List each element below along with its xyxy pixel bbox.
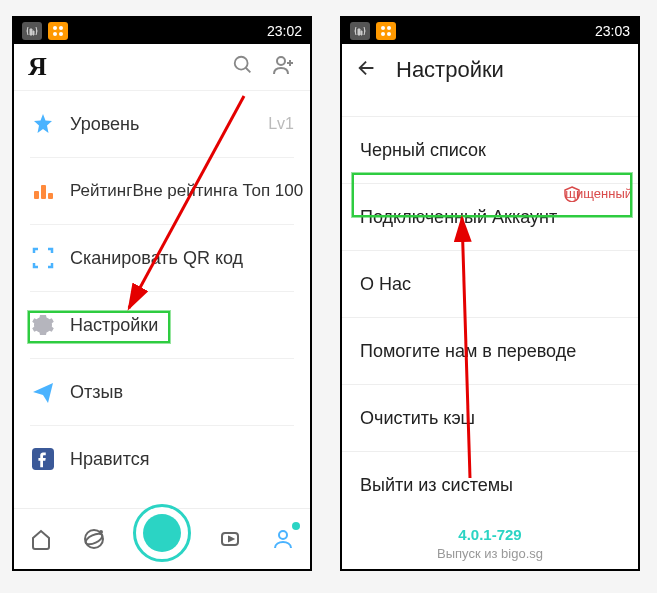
version-number: 4.0.1-729 — [342, 526, 638, 543]
menu-label: Настройки — [70, 315, 294, 336]
menu-list: Уровень Lv1 РейтингВне рейтинга Топ 100 … — [14, 91, 310, 492]
settings-item-blacklist[interactable]: Черный список — [342, 117, 638, 184]
menu-label: Отзыв — [70, 382, 294, 403]
menu-label: Нравится — [70, 449, 294, 470]
shield-icon — [562, 186, 582, 202]
search-icon[interactable] — [232, 54, 254, 80]
menu-item-level[interactable]: Уровень Lv1 — [14, 91, 310, 157]
status-icon — [48, 22, 68, 40]
svg-point-19 — [381, 26, 385, 30]
svg-point-20 — [387, 26, 391, 30]
nav-explore-icon[interactable] — [79, 524, 109, 554]
menu-label: РейтингВне рейтинга Топ 100 — [70, 181, 303, 201]
svg-point-17 — [279, 531, 287, 539]
header: Я — [14, 44, 310, 91]
settings-item-clear-cache[interactable]: Очистить кэш — [342, 385, 638, 452]
gear-icon — [30, 312, 56, 338]
page-title: Настройки — [396, 57, 504, 83]
header-logo: Я — [28, 52, 232, 82]
svg-point-4 — [235, 57, 248, 70]
status-bar: 23:03 — [342, 18, 638, 44]
settings-item-translate[interactable]: Помогите нам в переводе — [342, 318, 638, 385]
item-label: Подключенный Аккаунт — [360, 207, 557, 228]
svg-rect-10 — [41, 185, 46, 199]
menu-item-settings[interactable]: Настройки — [14, 292, 310, 358]
nav-home-icon[interactable] — [26, 524, 56, 554]
status-bar: 23:02 — [14, 18, 310, 44]
svg-point-0 — [53, 26, 57, 30]
svg-line-5 — [246, 68, 251, 73]
status-icon — [22, 22, 42, 40]
menu-label: Сканировать QR код — [70, 248, 294, 269]
svg-point-1 — [59, 26, 63, 30]
send-icon — [30, 379, 56, 405]
item-label: Помогите нам в переводе — [360, 341, 576, 362]
menu-item-feedback[interactable]: Отзыв — [14, 359, 310, 425]
item-label: Черный список — [360, 140, 486, 161]
nav-profile-icon[interactable] — [268, 524, 298, 554]
phone-screenshot-right: 23:03 Настройки Черный список Подключенн… — [340, 16, 640, 571]
facebook-icon — [30, 446, 56, 472]
star-icon — [30, 111, 56, 137]
qr-icon — [30, 245, 56, 271]
settings-item-logout[interactable]: Выйти из системы — [342, 452, 638, 518]
menu-item-like[interactable]: Нравится — [14, 426, 310, 492]
chart-icon — [30, 178, 56, 204]
svg-point-22 — [387, 32, 391, 36]
menu-item-qr[interactable]: Сканировать QR код — [14, 225, 310, 291]
status-time: 23:03 — [595, 23, 630, 39]
item-label: Очистить кэш — [360, 408, 475, 429]
version-info: 4.0.1-729 Выпуск из bigo.sg — [342, 518, 638, 568]
status-time: 23:02 — [267, 23, 302, 39]
status-icon — [350, 22, 370, 40]
svg-point-6 — [277, 57, 285, 65]
svg-point-21 — [381, 32, 385, 36]
bottom-nav — [14, 508, 310, 569]
nav-video-icon[interactable] — [215, 524, 245, 554]
menu-value: Lv1 — [268, 115, 294, 133]
nav-broadcast-button[interactable] — [133, 504, 191, 562]
svg-rect-11 — [48, 193, 53, 199]
settings-item-about[interactable]: О Нас — [342, 251, 638, 318]
svg-point-3 — [59, 32, 63, 36]
svg-point-2 — [53, 32, 57, 36]
back-icon[interactable] — [356, 57, 378, 83]
status-icon — [376, 22, 396, 40]
item-label: О Нас — [360, 274, 411, 295]
svg-rect-9 — [34, 191, 39, 199]
menu-item-rating[interactable]: РейтингВне рейтинга Топ 100 — [14, 158, 310, 224]
version-subtitle: Выпуск из bigo.sg — [342, 546, 638, 561]
menu-label: Уровень — [70, 114, 268, 135]
settings-header: Настройки — [342, 44, 638, 96]
phone-screenshot-left: 23:02 Я Уровень Lv1 — [12, 16, 312, 571]
add-friend-icon[interactable] — [272, 54, 296, 80]
svg-point-15 — [99, 530, 103, 534]
partial-item-top — [342, 96, 638, 117]
item-label: Выйти из системы — [360, 475, 513, 496]
